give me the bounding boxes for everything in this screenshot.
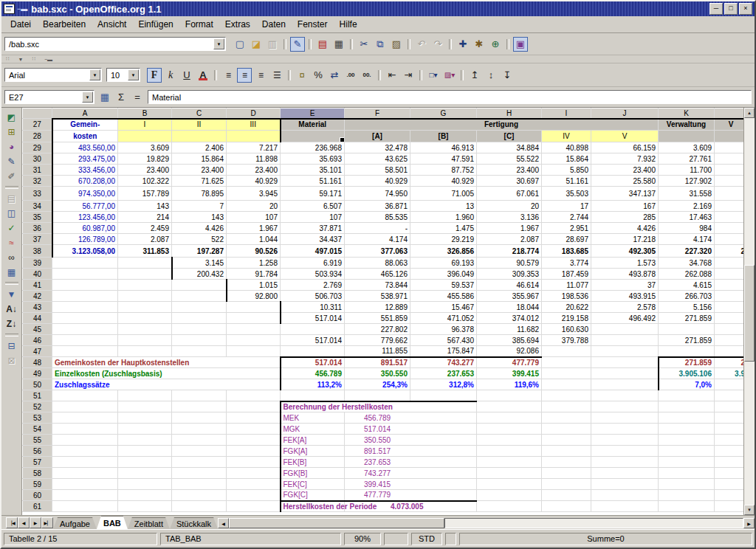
column-header-F[interactable]: F [345, 108, 410, 119]
cell-H37[interactable]: 2.087 [477, 234, 542, 245]
cell-D56[interactable] [227, 446, 281, 457]
cell-I57[interactable] [542, 457, 591, 468]
cell-K27[interactable]: Verwaltung [659, 119, 715, 131]
cell-K37[interactable]: 4.174 [659, 234, 715, 245]
cell-F28[interactable]: [A] [345, 131, 410, 142]
cell-E53[interactable]: MEK [281, 412, 345, 424]
cell-E57[interactable]: FEK[B] [281, 457, 345, 468]
cell-I56[interactable] [542, 446, 591, 457]
cell-F39[interactable]: 88.063 [345, 258, 410, 269]
menu-format[interactable]: Format [179, 17, 219, 32]
cell-L39[interactable] [715, 258, 744, 269]
cell-D45[interactable] [227, 324, 281, 335]
cell-I41[interactable]: 11.077 [542, 280, 591, 291]
cell-A54[interactable] [52, 424, 118, 435]
cell-J44[interactable]: 496.492 [591, 313, 659, 324]
cell-J53[interactable] [591, 412, 659, 424]
cell-C52[interactable] [172, 401, 227, 412]
cell-K49[interactable]: 3.905.106 [659, 368, 715, 379]
cell-A42[interactable] [52, 291, 118, 302]
cell-I36[interactable]: 2.951 [542, 223, 591, 234]
cell-L56[interactable] [715, 446, 744, 457]
cell-A53[interactable] [52, 412, 118, 424]
sheet-tab-aufgabe[interactable]: Aufgabe [53, 517, 97, 529]
find-replace-icon[interactable]: ∞ [4, 250, 20, 265]
decrease-indent-icon[interactable]: ⇤ [385, 68, 399, 83]
cell-B52[interactable] [118, 401, 172, 412]
cell-K40[interactable]: 262.088 [659, 269, 715, 280]
cell-D36[interactable]: 1.967 [227, 223, 281, 234]
cell-B47[interactable] [118, 346, 172, 357]
cell-I29[interactable]: 40.898 [542, 142, 591, 153]
cell-A28[interactable]: kosten [52, 131, 118, 142]
cell-F58[interactable]: 743.277 [345, 468, 477, 479]
cell-I49[interactable] [542, 368, 591, 379]
sheet-tab-stückkalk[interactable]: Stückkalk [170, 517, 218, 529]
cell-H30[interactable]: 55.522 [477, 153, 542, 165]
row-header-56[interactable]: 56 [23, 446, 52, 457]
cell-H34[interactable]: 20 [477, 201, 542, 212]
cell-A32[interactable]: 670.208,00 [52, 176, 118, 187]
cell-E46[interactable]: 517.014 [281, 335, 345, 346]
pin-icon[interactable]: −▬ [17, 5, 27, 13]
cell-J43[interactable]: 2.578 [591, 302, 659, 313]
cell-I35[interactable]: 2.744 [542, 212, 591, 223]
cell-E42[interactable]: 506.703 [281, 291, 345, 302]
cell-K60[interactable] [659, 490, 715, 501]
row-header-29[interactable]: 29 [23, 142, 52, 153]
cell-H43[interactable]: 18.044 [477, 302, 542, 313]
menu-einfügen[interactable]: Einfügen [132, 17, 179, 32]
cell-E31[interactable]: 35.101 [281, 165, 345, 176]
cell-J42[interactable]: 493.915 [591, 291, 659, 302]
cell-H50[interactable]: 119,6% [477, 379, 542, 390]
cell-H51[interactable] [477, 390, 542, 401]
cell-J48[interactable] [591, 357, 659, 368]
cell-C32[interactable]: 71.625 [172, 176, 227, 187]
cell-I50[interactable] [542, 379, 591, 390]
cell-J50[interactable] [591, 379, 659, 390]
cell-F41[interactable]: 73.844 [345, 280, 410, 291]
hscroll-left-button[interactable]: ◀ [218, 518, 229, 528]
toolbar-handle[interactable]: ∷ [6, 56, 9, 62]
cell-E36[interactable]: 37.871 [281, 223, 345, 234]
cell-A44[interactable] [52, 313, 118, 324]
cell-C36[interactable]: 4.426 [172, 223, 227, 234]
vertical-scroll-thumb[interactable] [744, 265, 755, 362]
cell-K51[interactable] [659, 390, 715, 401]
row-header-34[interactable]: 34 [23, 201, 52, 212]
cell-C45[interactable] [172, 324, 227, 335]
cell-L50[interactable] [715, 379, 744, 390]
cell-I45[interactable]: 160.630 [542, 324, 591, 335]
next-sheet-button[interactable]: ▶ [30, 517, 41, 528]
group-icon[interactable]: ⊟ [4, 339, 20, 353]
cell-C44[interactable] [172, 313, 227, 324]
cell-H48[interactable]: 477.779 [477, 357, 542, 368]
menu-ansicht[interactable]: Ansicht [92, 17, 132, 32]
sheet-tab-zeitblatt[interactable]: Zeitblatt [128, 517, 170, 529]
cell-B41[interactable] [118, 280, 172, 291]
cell-L38[interactable]: 2 [715, 245, 744, 258]
cell-E30[interactable]: 35.693 [281, 153, 345, 165]
cell-D27[interactable]: III [227, 119, 281, 131]
cell-E59[interactable]: FEK[C] [281, 479, 345, 490]
cell-H58[interactable] [477, 468, 542, 479]
number-format-currency-icon[interactable]: ¤ [295, 68, 309, 83]
autospellcheck-icon[interactable]: ≈ [4, 235, 20, 250]
cell-L40[interactable] [715, 269, 744, 280]
cell-D28[interactable] [227, 131, 281, 142]
minimize-button[interactable]: ─ [709, 3, 723, 15]
cell-A57[interactable] [52, 457, 118, 468]
cell-L27[interactable]: V [715, 119, 744, 131]
cell-G32[interactable]: 40.929 [410, 176, 477, 187]
cell-B38[interactable]: 311.853 [118, 245, 172, 258]
cell-H59[interactable] [477, 479, 542, 490]
cell-K52[interactable] [659, 401, 715, 412]
cell-B37[interactable]: 2.087 [118, 234, 172, 245]
cell-F42[interactable]: 538.971 [345, 291, 410, 302]
cell-K28[interactable] [659, 131, 715, 142]
cell-A30[interactable]: 293.475,00 [52, 153, 118, 165]
selection-mode-field[interactable]: STD [411, 533, 442, 545]
cell-C37[interactable]: 522 [172, 234, 227, 245]
open-icon[interactable]: ◪ [249, 37, 264, 52]
row-header-54[interactable]: 54 [23, 424, 52, 435]
